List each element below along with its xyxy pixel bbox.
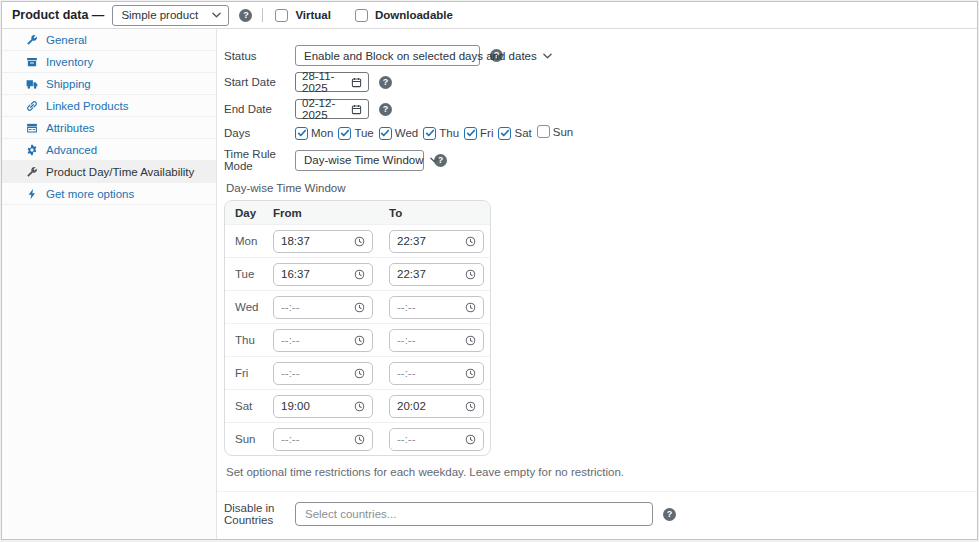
- thu-from-time-input[interactable]: --:--: [273, 329, 373, 352]
- sidebar-item-label: Linked Products: [46, 100, 128, 112]
- clock-icon[interactable]: [465, 368, 476, 379]
- panel-title: Product data —: [12, 8, 104, 22]
- time-value: 22:37: [397, 235, 426, 247]
- link-icon: [26, 100, 38, 112]
- fri-from-time-input[interactable]: --:--: [273, 362, 373, 385]
- chevron-down-icon: [212, 12, 221, 18]
- day-cell: Mon: [225, 235, 273, 247]
- checkbox-box[interactable]: [423, 127, 436, 140]
- day-cell: Wed: [225, 301, 273, 313]
- checkbox-box[interactable]: [379, 127, 392, 140]
- truck-icon: [26, 78, 38, 90]
- clock-icon[interactable]: [354, 368, 365, 379]
- table-body: Mon18:3722:37Tue16:3722:37Wed--:----:--T…: [225, 224, 490, 455]
- sidebar-item-label: General: [46, 34, 87, 46]
- time-value: 19:00: [281, 400, 310, 412]
- day-checkbox-wed[interactable]: Wed: [379, 127, 418, 140]
- sidebar-item-general[interactable]: General: [2, 29, 216, 51]
- sidebar-item-advanced[interactable]: Advanced: [2, 139, 216, 161]
- calendar-icon[interactable]: [351, 77, 362, 88]
- clock-icon[interactable]: [465, 434, 476, 445]
- clock-icon[interactable]: [354, 302, 365, 313]
- time-value: --:--: [397, 433, 416, 445]
- help-icon[interactable]: ?: [379, 76, 392, 89]
- checkbox-box[interactable]: [338, 127, 351, 140]
- day-checkbox-sat[interactable]: Sat: [498, 127, 531, 140]
- clock-icon[interactable]: [354, 236, 365, 247]
- downloadable-checkbox[interactable]: Downloadable: [355, 9, 453, 22]
- mon-from-time-input[interactable]: 18:37: [273, 230, 373, 253]
- status-value: Enable and Block on selected days and da…: [304, 50, 537, 62]
- sidebar-item-attributes[interactable]: Attributes: [2, 117, 216, 139]
- sun-from-time-input[interactable]: --:--: [273, 428, 373, 451]
- inventory-icon: [26, 56, 38, 68]
- checkbox-box[interactable]: [295, 127, 308, 140]
- downloadable-label: Downloadable: [375, 9, 453, 21]
- help-icon[interactable]: ?: [663, 508, 676, 521]
- day-checkbox-fri[interactable]: Fri: [464, 127, 493, 140]
- time-value: --:--: [397, 334, 416, 346]
- fri-to-time-input[interactable]: --:--: [389, 362, 484, 385]
- days-label: Days: [224, 127, 295, 139]
- end-date-label: End Date: [224, 103, 295, 115]
- sidebar-item-label: Get more options: [46, 188, 134, 200]
- day-checkbox-tue[interactable]: Tue: [338, 127, 373, 140]
- tue-from-time-input[interactable]: 16:37: [273, 263, 373, 286]
- end-date-input[interactable]: 02-12-2025: [295, 99, 369, 119]
- time-window-note: Set optional time restrictions for each …: [226, 466, 965, 478]
- disable-countries-input[interactable]: [295, 502, 653, 526]
- checkbox-box[interactable]: [537, 125, 550, 138]
- help-icon[interactable]: ?: [239, 9, 252, 22]
- status-select[interactable]: Enable and Block on selected days and da…: [295, 45, 480, 66]
- panel-body: GeneralInventoryShippingLinked ProductsA…: [2, 29, 977, 539]
- time-rule-mode-value: Day-wise Time Window: [304, 154, 424, 166]
- day-cell: Sun: [225, 433, 273, 445]
- wrench-icon: [26, 34, 38, 46]
- sidebar-item-linked-products[interactable]: Linked Products: [2, 95, 216, 117]
- sidebar-item-shipping[interactable]: Shipping: [2, 73, 216, 95]
- column-header-to: To: [389, 207, 490, 219]
- clock-icon[interactable]: [354, 269, 365, 280]
- wed-to-time-input[interactable]: --:--: [389, 296, 484, 319]
- sidebar-item-inventory[interactable]: Inventory: [2, 51, 216, 73]
- day-time-window-table: Day From To Mon18:3722:37Tue16:3722:37We…: [224, 200, 491, 456]
- day-checkbox-thu[interactable]: Thu: [423, 127, 459, 140]
- virtual-checkbox[interactable]: Virtual: [275, 9, 331, 22]
- time-rule-mode-select[interactable]: Day-wise Time Window: [295, 150, 424, 171]
- clock-icon[interactable]: [465, 335, 476, 346]
- checkbox-box[interactable]: [464, 127, 477, 140]
- product-type-select[interactable]: Simple product: [112, 5, 229, 26]
- sun-to-time-input[interactable]: --:--: [389, 428, 484, 451]
- days-row: Days MonTueWedThuFriSatSun: [224, 125, 965, 141]
- checkbox-box[interactable]: [498, 127, 511, 140]
- tue-to-time-input[interactable]: 22:37: [389, 263, 484, 286]
- clock-icon[interactable]: [465, 302, 476, 313]
- product-data-tabs: GeneralInventoryShippingLinked ProductsA…: [2, 29, 217, 539]
- day-checkbox-sun[interactable]: Sun: [537, 125, 573, 138]
- sat-from-time-input[interactable]: 19:00: [273, 395, 373, 418]
- product-data-header: Product data — Simple product ? Virtual …: [2, 2, 977, 29]
- table-row-fri: Fri--:----:--: [225, 356, 490, 389]
- clock-icon[interactable]: [354, 335, 365, 346]
- virtual-label: Virtual: [295, 9, 331, 21]
- sidebar-item-label: Inventory: [46, 56, 93, 68]
- start-date-input[interactable]: 28-11-2025: [295, 72, 369, 92]
- clock-icon[interactable]: [465, 401, 476, 412]
- sat-to-time-input[interactable]: 20:02: [389, 395, 484, 418]
- calendar-icon[interactable]: [351, 104, 362, 115]
- mon-to-time-input[interactable]: 22:37: [389, 230, 484, 253]
- product-type-value: Simple product: [121, 9, 198, 21]
- sidebar-item-product-day-time-availability[interactable]: Product Day/Time Availability: [2, 161, 216, 183]
- time-value: --:--: [281, 301, 300, 313]
- thu-to-time-input[interactable]: --:--: [389, 329, 484, 352]
- clock-icon[interactable]: [465, 269, 476, 280]
- clock-icon[interactable]: [354, 401, 365, 412]
- sidebar-item-get-more-options[interactable]: Get more options: [2, 183, 216, 205]
- clock-icon[interactable]: [354, 434, 365, 445]
- day-checkbox-mon[interactable]: Mon: [295, 127, 333, 140]
- checkbox-box[interactable]: [275, 9, 288, 22]
- wed-from-time-input[interactable]: --:--: [273, 296, 373, 319]
- help-icon[interactable]: ?: [379, 103, 392, 116]
- clock-icon[interactable]: [465, 236, 476, 247]
- checkbox-box[interactable]: [355, 9, 368, 22]
